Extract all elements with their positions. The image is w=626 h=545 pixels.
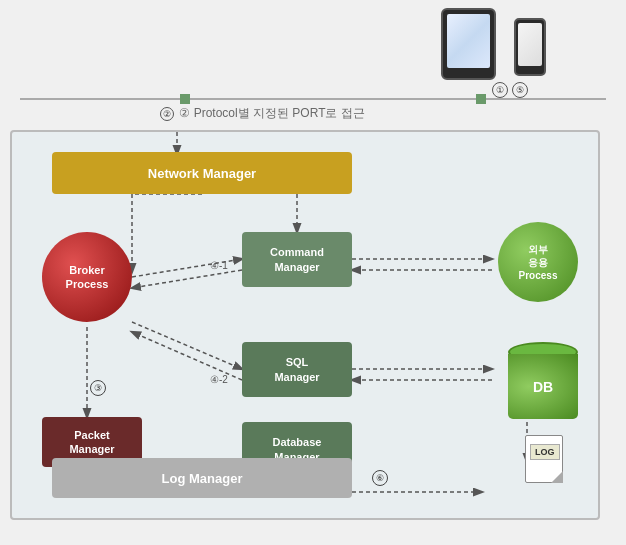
ext-process-label: 외부 응용 Process — [519, 243, 558, 282]
broker-label: Broker Process — [66, 263, 109, 292]
command-manager-label: Command Manager — [270, 245, 324, 274]
svg-line-8 — [132, 332, 242, 380]
tablet-device — [441, 8, 496, 80]
sql-manager-box: SQL Manager — [242, 342, 352, 397]
log-icon — [525, 435, 570, 490]
line-dot-left — [180, 94, 190, 104]
packet-manager-label: Packet Manager — [69, 428, 114, 457]
circle-2-inline: ② — [160, 107, 174, 121]
top-area: ① ⑤ ② ② Protocol별 지정된 PORT로 접근 — [0, 0, 626, 110]
circle-num-1: ① — [492, 82, 508, 98]
phone-device — [514, 18, 546, 76]
protocol-label: ② ② Protocol별 지정된 PORT로 접근 — [160, 105, 365, 122]
step-label-3: ③ — [90, 380, 106, 396]
network-manager-label: Network Manager — [148, 166, 256, 181]
protocol-text: ② Protocol별 지정된 PORT로 접근 — [179, 106, 364, 120]
step-label-41: ④-1 — [210, 260, 228, 271]
top-horizontal-line — [20, 98, 606, 100]
step-label-6: ⑥ — [372, 470, 388, 486]
main-box: Network Manager Broker Process Command M… — [10, 130, 600, 520]
network-manager-box: Network Manager — [52, 152, 352, 194]
sql-manager-label: SQL Manager — [274, 355, 319, 384]
step-label-42: ④-2 — [210, 374, 228, 385]
log-manager-label: Log Manager — [162, 471, 243, 486]
log-manager-box: Log Manager — [52, 458, 352, 498]
ext-process-circle: 외부 응용 Process — [498, 222, 578, 302]
db-label: DB — [533, 379, 553, 395]
circle-num-5: ⑤ — [512, 82, 528, 98]
line-dot-right — [476, 94, 486, 104]
db-cylinder: DB — [508, 342, 578, 422]
svg-line-4 — [132, 270, 242, 288]
db-body: DB — [508, 354, 578, 419]
broker-process-circle: Broker Process — [42, 232, 132, 322]
log-paper — [525, 435, 563, 483]
command-manager-box: Command Manager — [242, 232, 352, 287]
svg-line-7 — [132, 322, 242, 369]
